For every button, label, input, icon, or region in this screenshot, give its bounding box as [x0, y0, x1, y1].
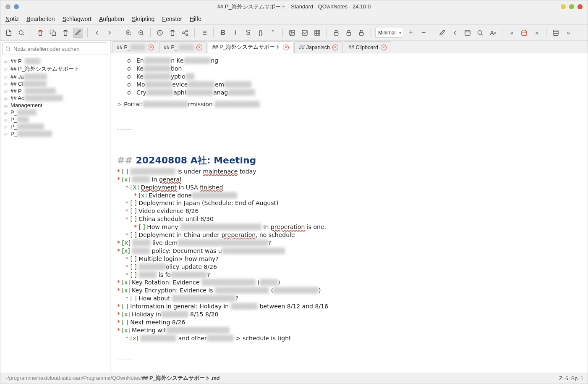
- list-icon[interactable]: [199, 28, 209, 38]
- zoom-in-icon[interactable]: [123, 28, 133, 38]
- calendar-icon[interactable]: [519, 28, 529, 38]
- menu-note[interactable]: Notiz: [5, 16, 19, 22]
- editor[interactable]: En██████n Ke██████ngKe██████tionKe██████…: [110, 53, 588, 373]
- window-minimize[interactable]: [561, 4, 566, 9]
- toolbar-separator: [371, 28, 371, 37]
- note-item[interactable]: P_█████: [0, 109, 110, 116]
- lock-icon[interactable]: [331, 28, 341, 38]
- close-icon[interactable]: ×: [283, 45, 289, 50]
- toolbar-separator: [119, 28, 119, 37]
- note-item[interactable]: ## Cl██████: [0, 80, 110, 87]
- overflow2-icon[interactable]: »: [532, 28, 542, 38]
- note-list: ## P_████## P_海外システムサポート## Ja██████## Cl…: [0, 57, 110, 373]
- window-close[interactable]: [578, 4, 583, 9]
- forward-icon[interactable]: [105, 28, 115, 38]
- delete-icon[interactable]: [60, 28, 71, 38]
- toolbar-separator: [327, 28, 327, 37]
- titlebar-dots-right: [561, 4, 583, 9]
- image-icon[interactable]: [287, 28, 297, 38]
- svg-rect-14: [359, 32, 363, 35]
- menu-help[interactable]: Hilfe: [190, 16, 201, 22]
- code-icon[interactable]: {}: [256, 28, 266, 38]
- font-select[interactable]: Minimal: [375, 28, 403, 38]
- menu-tag[interactable]: Schlagwort: [63, 16, 91, 22]
- note-item[interactable]: ## Ja██████: [0, 73, 110, 80]
- copy-icon[interactable]: [48, 28, 58, 38]
- search-icon[interactable]: [16, 28, 26, 38]
- database-icon[interactable]: [551, 28, 561, 38]
- note-item[interactable]: P_███████: [0, 123, 110, 130]
- toolbar-separator: [194, 28, 195, 37]
- note-item[interactable]: P_█████████: [0, 130, 110, 137]
- search-icon: [5, 46, 11, 52]
- svg-point-9: [291, 31, 292, 32]
- svg-point-6: [183, 32, 184, 34]
- menu-edit[interactable]: Bearbeiten: [26, 16, 55, 22]
- text-icon[interactable]: Aa: [488, 28, 498, 38]
- search-input[interactable]: [13, 46, 105, 52]
- trash-icon[interactable]: [35, 28, 45, 38]
- back-icon[interactable]: [92, 28, 102, 38]
- search-input-wrapper[interactable]: [2, 42, 108, 55]
- tab-label: ## Japanisch: [299, 45, 330, 50]
- overflow-icon[interactable]: »: [507, 28, 517, 38]
- menu-scripting[interactable]: Skripting: [132, 16, 154, 22]
- history-icon[interactable]: [155, 28, 165, 38]
- overflow3-icon[interactable]: »: [563, 28, 573, 38]
- note-item[interactable]: ## P_海外システムサポート: [0, 65, 110, 73]
- lens-icon[interactable]: [475, 28, 485, 38]
- svg-rect-10: [302, 30, 307, 35]
- picture-icon[interactable]: [300, 28, 310, 38]
- bold-icon[interactable]: B: [218, 28, 228, 38]
- italic-icon[interactable]: I: [230, 28, 240, 38]
- pencil-icon[interactable]: [73, 28, 83, 38]
- window-icon[interactable]: [463, 28, 473, 38]
- window-dot[interactable]: [5, 4, 10, 9]
- new-note-icon[interactable]: [4, 28, 14, 38]
- app-window: ## P_海外システムサポート - Standard - QOwnNotes -…: [0, 0, 588, 384]
- note-item[interactable]: Management: [0, 102, 110, 109]
- code-open-icon[interactable]: [450, 28, 460, 38]
- svg-point-7: [186, 34, 188, 35]
- plus-icon[interactable]: +: [406, 28, 416, 38]
- toolbar: B I S {} “ Minimal + − Aa » » »: [0, 25, 588, 41]
- window-dot[interactable]: [14, 4, 19, 9]
- zoom-out-icon[interactable]: [136, 28, 146, 38]
- highlight-icon[interactable]: [437, 28, 447, 38]
- minus-icon[interactable]: −: [418, 28, 429, 38]
- toolbar-separator: [213, 28, 214, 37]
- share-icon[interactable]: [180, 28, 190, 38]
- lock-edit-icon[interactable]: [344, 28, 354, 38]
- toolbar-separator: [150, 28, 151, 37]
- tab[interactable]: ## P_████×: [112, 41, 158, 53]
- tab[interactable]: ## Japanisch×: [294, 41, 343, 53]
- close-icon[interactable]: ×: [196, 45, 202, 50]
- tab[interactable]: ## P_ ████×: [159, 41, 207, 53]
- unlock-icon[interactable]: [356, 28, 366, 38]
- tabs: ## P_████×## P_ ████×## P_海外システムサポート×## …: [110, 41, 588, 53]
- strikethrough-icon[interactable]: S: [243, 28, 253, 38]
- window-title: ## P_海外システムサポート - Standard - QOwnNotes -…: [217, 3, 371, 11]
- statusbar-position: Z. 6, Sp. 1: [559, 376, 583, 381]
- note-item[interactable]: ## P_████: [0, 58, 110, 65]
- trash-history-icon[interactable]: [167, 28, 178, 38]
- tab[interactable]: ## Clipboard×: [344, 41, 391, 53]
- table-icon[interactable]: [312, 28, 322, 38]
- toolbar-separator: [502, 28, 502, 37]
- menubar: Notiz Bearbeiten Schlagwort Aufgaben Skr…: [0, 13, 588, 25]
- statusbar-path: ~/programme/nextcloud-sato-san/Programme…: [5, 375, 220, 382]
- close-icon[interactable]: ×: [332, 45, 338, 50]
- toolbar-separator: [31, 28, 31, 37]
- note-item[interactable]: ## Ac██████████: [0, 95, 110, 102]
- main-panel: ## P_████×## P_ ████×## P_海外システムサポート×## …: [110, 41, 588, 373]
- quote-icon[interactable]: “: [268, 28, 278, 38]
- svg-point-0: [19, 30, 23, 34]
- close-icon[interactable]: ×: [148, 45, 154, 50]
- window-maximize[interactable]: [569, 4, 574, 9]
- tab[interactable]: ## P_海外システムサポート×: [208, 41, 294, 53]
- note-item[interactable]: ## P_████████: [0, 87, 110, 95]
- note-item[interactable]: P_███: [0, 116, 110, 123]
- menu-window[interactable]: Fenster: [162, 16, 182, 22]
- close-icon[interactable]: ×: [381, 45, 387, 50]
- menu-tasks[interactable]: Aufgaben: [99, 16, 124, 22]
